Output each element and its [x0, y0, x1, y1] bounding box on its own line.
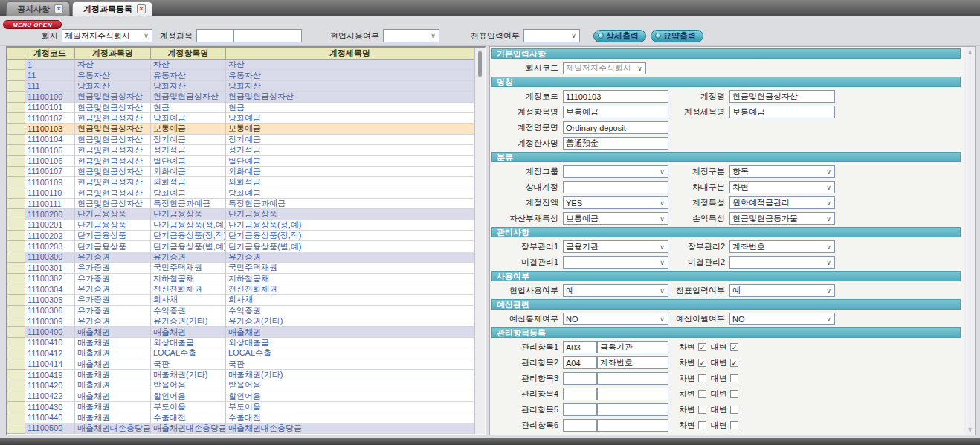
table-row[interactable]: 11100104현금및현금성자산정기예금정기예금	[7, 135, 474, 145]
cell-item-name[interactable]: 수출대전	[151, 412, 226, 423]
table-row[interactable]: 11100305유가증권회사채회사채	[7, 295, 474, 305]
mgmt-code-input[interactable]	[563, 372, 597, 385]
cell-detail-name[interactable]: 단기금융상품(정,적)	[226, 231, 474, 241]
cell-detail-name[interactable]: 당좌예금	[226, 113, 474, 124]
cell-account-name[interactable]: 유가증권	[75, 263, 151, 273]
cell-detail-name[interactable]: 매출채권(기타)	[226, 370, 474, 380]
cell-account-name[interactable]: 현금및현금성자산	[75, 92, 151, 102]
cell-item-name[interactable]: 보통예금	[151, 124, 226, 134]
ledger2-select[interactable]: 계좌번호 ∨	[729, 240, 835, 253]
cell-detail-name[interactable]: 정기예금	[226, 135, 474, 145]
row-selector[interactable]	[7, 167, 25, 177]
column-header-item[interactable]: 계정항목명	[151, 48, 226, 60]
table-row[interactable]: 11100440매출채권수출대전수출대전	[7, 412, 474, 423]
cell-account-name[interactable]: 매출채권	[75, 359, 151, 370]
cell-account-code[interactable]: 11100305	[25, 295, 75, 305]
table-row[interactable]: 11100200단기금융상품단기금융상품단기금융상품	[7, 209, 474, 220]
column-header-code[interactable]: 계정코드	[25, 48, 75, 60]
table-row[interactable]: 11100100현금및현금성자산현금및현금성자산현금및현금성자산	[7, 92, 474, 102]
cell-account-code[interactable]: 11100111	[25, 199, 75, 209]
cell-detail-name[interactable]: 외상매출금	[226, 338, 474, 348]
cell-account-code[interactable]: 11100202	[25, 231, 75, 241]
cell-account-name[interactable]: 매출채권	[75, 402, 151, 412]
mgmt-name-input[interactable]	[597, 403, 668, 416]
row-selector[interactable]	[7, 306, 25, 316]
menu-open-button[interactable]: MENU OPEN	[3, 20, 62, 29]
cell-detail-name[interactable]: 당좌자산	[226, 81, 474, 92]
cell-account-code[interactable]: 11100105	[25, 145, 75, 156]
tab-notice[interactable]: 공지사항 ✕	[6, 1, 70, 16]
row-selector[interactable]	[7, 295, 25, 305]
cell-account-name[interactable]: 매출채권	[75, 348, 151, 359]
row-selector[interactable]	[7, 263, 25, 273]
mgmt-code-input[interactable]	[563, 403, 597, 416]
cell-detail-name[interactable]: 매출채권	[226, 327, 474, 337]
table-row[interactable]: 11100414매출채권국판국판	[7, 359, 474, 370]
detail-print-button[interactable]: 상세출력	[593, 30, 646, 42]
company-select[interactable]: 제일저지주식회사 ∨	[62, 29, 152, 42]
cell-item-name[interactable]: 받을어음	[151, 380, 226, 391]
scroll-down-icon[interactable]: ∨	[964, 426, 976, 433]
table-row[interactable]: 11100110현금및현금성자산당좌예금당좌예금	[7, 188, 474, 199]
account-code-input[interactable]	[196, 29, 233, 42]
account-attr-select[interactable]: 원화예적금관리 ∨	[729, 196, 835, 209]
cell-account-code[interactable]: 11100440	[25, 412, 75, 423]
field-use-detail-select[interactable]: 예 ∨	[563, 284, 668, 297]
cell-account-name[interactable]: 매출채권	[75, 370, 151, 380]
cell-account-code[interactable]: 11100102	[25, 113, 75, 124]
cell-detail-name[interactable]: LOCAL수출	[226, 348, 474, 359]
account-balance-select[interactable]: YES ∨	[563, 196, 668, 209]
cell-item-name[interactable]: 유가증권	[151, 252, 226, 263]
cell-account-name[interactable]: 단기금융상품	[75, 209, 151, 220]
cell-item-name[interactable]: 외화적금	[151, 177, 226, 188]
cell-account-name[interactable]: 매출채권대손충당금	[75, 423, 151, 434]
row-selector[interactable]	[7, 252, 25, 263]
cell-item-name[interactable]: 당좌자산	[151, 81, 226, 92]
table-row[interactable]: 111당좌자산당좌자산당좌자산	[7, 81, 474, 92]
debit-checkbox[interactable]: ✓	[698, 359, 706, 367]
cell-account-code[interactable]: 11100400	[25, 327, 75, 337]
row-selector[interactable]	[7, 231, 25, 241]
mgmt-name-input[interactable]	[597, 341, 668, 353]
cell-detail-name[interactable]: 현금및현금성자산	[226, 92, 474, 102]
cell-account-name[interactable]: 현금및현금성자산	[75, 199, 151, 209]
credit-checkbox[interactable]	[730, 390, 738, 398]
cell-account-name[interactable]: 유가증권	[75, 316, 151, 327]
cell-detail-name[interactable]: 국민주택채권	[226, 263, 474, 273]
cell-detail-name[interactable]: 국판	[226, 359, 474, 370]
cell-item-name[interactable]: 유가증권(기타)	[151, 316, 226, 327]
cell-account-code[interactable]: 11100201	[25, 220, 75, 231]
cell-account-name[interactable]: 자산	[75, 60, 151, 70]
cell-account-name[interactable]: 단기금융상품	[75, 241, 151, 252]
scroll-up-icon[interactable]: ∧	[964, 48, 976, 56]
cell-account-name[interactable]: 매출채권	[75, 327, 151, 337]
cell-account-name[interactable]: 현금및현금성자산	[75, 124, 151, 134]
table-row[interactable]: 11100105현금및현금성자산정기적금정기적금	[7, 145, 474, 156]
cell-account-name[interactable]: 유가증권	[75, 274, 151, 284]
cell-account-code[interactable]: 11100100	[25, 92, 75, 102]
debit-credit-select[interactable]: 차변 ∨	[729, 181, 835, 193]
cell-account-code[interactable]: 11100309	[25, 316, 75, 327]
pending2-select[interactable]: ∨	[729, 256, 835, 269]
cell-detail-name[interactable]: 보통예금	[226, 124, 474, 134]
row-selector[interactable]	[7, 156, 25, 166]
row-selector[interactable]	[7, 103, 25, 113]
cell-item-name[interactable]: 할인어음	[151, 391, 226, 402]
cell-item-name[interactable]: 단기금융상품	[151, 209, 226, 220]
row-selector[interactable]	[7, 327, 25, 337]
slip-input-select[interactable]: ∨	[523, 29, 580, 42]
cell-item-name[interactable]: 유동자산	[151, 70, 226, 80]
cell-detail-name[interactable]: 현금	[226, 103, 474, 113]
table-row[interactable]: 11100107현금및현금성자산외화예금외화예금	[7, 167, 474, 177]
cell-detail-name[interactable]: 받을어음	[226, 380, 474, 391]
cell-account-name[interactable]: 유동자산	[75, 70, 151, 80]
cell-item-name[interactable]: LOCAL수출	[151, 348, 226, 359]
row-selector[interactable]	[7, 359, 25, 370]
detail-name-field[interactable]	[729, 106, 835, 118]
cell-detail-name[interactable]: 부도어음	[226, 402, 474, 412]
row-selector[interactable]	[7, 391, 25, 402]
close-icon[interactable]: ✕	[54, 4, 63, 13]
cell-detail-name[interactable]: 특정현금과예금	[226, 199, 474, 209]
close-icon[interactable]: ✕	[137, 4, 146, 13]
row-selector[interactable]	[7, 402, 25, 412]
